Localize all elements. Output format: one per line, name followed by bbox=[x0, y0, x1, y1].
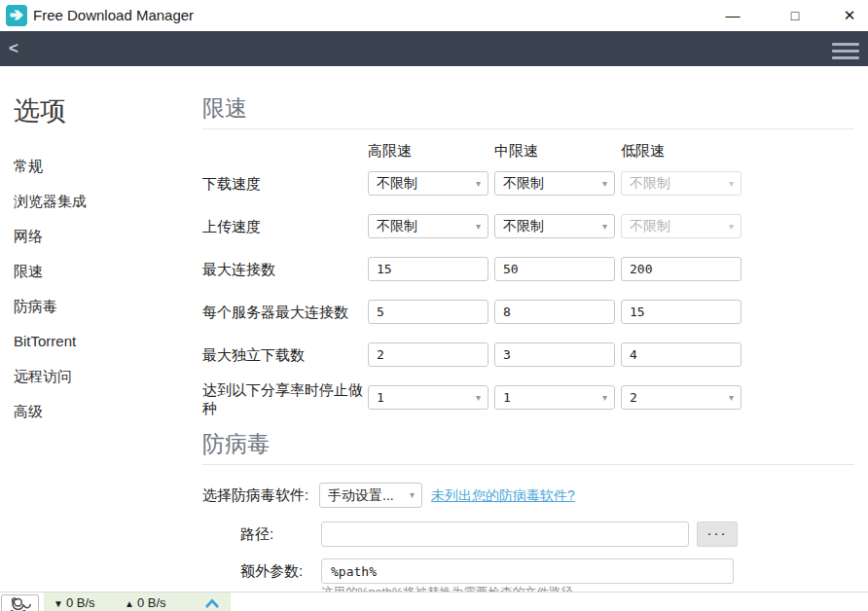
section-title-antivirus: 防病毒 bbox=[202, 429, 270, 459]
window-title: Free Download Manager bbox=[33, 0, 194, 31]
max-connections-medium-input[interactable] bbox=[494, 257, 615, 281]
fdm-logo-icon bbox=[6, 5, 27, 26]
max-connections-high-input[interactable] bbox=[368, 257, 488, 281]
max-connections-per-server-medium-input[interactable] bbox=[494, 300, 615, 324]
path-label: 路径: bbox=[240, 521, 273, 547]
chevron-down-icon: ▾ bbox=[476, 172, 481, 195]
chevron-down-icon: ▾ bbox=[729, 172, 734, 195]
chevron-down-icon: ▾ bbox=[476, 215, 481, 237]
section-title-speed-limit: 限速 bbox=[202, 93, 247, 124]
download-speed-status: ▼0 B/s bbox=[54, 593, 95, 611]
chevron-down-icon: ▾ bbox=[729, 215, 734, 237]
upload-speed-high-select[interactable]: 不限制▾ bbox=[368, 214, 488, 238]
download-speed-high-select[interactable]: 不限制▾ bbox=[368, 171, 488, 196]
navbar bbox=[0, 31, 868, 66]
chevron-down-icon: ▾ bbox=[602, 172, 607, 195]
chevron-up-icon[interactable] bbox=[204, 596, 220, 608]
section-divider bbox=[202, 128, 854, 129]
chevron-down-icon: ▾ bbox=[729, 386, 734, 409]
sidebar-title: 选项 bbox=[14, 93, 66, 128]
chevron-down-icon: ▾ bbox=[602, 386, 607, 409]
column-header-medium: 中限速 bbox=[494, 142, 538, 161]
minimize-button[interactable]: — bbox=[715, 1, 750, 30]
max-downloads-label: 最大独立下载数 bbox=[202, 342, 366, 367]
download-arrow-icon: ▼ bbox=[54, 598, 63, 609]
maximize-button[interactable]: □ bbox=[778, 1, 813, 30]
snail-icon bbox=[8, 597, 31, 611]
seed-ratio-medium-select[interactable]: 1▾ bbox=[494, 385, 615, 410]
column-header-low: 低限速 bbox=[621, 142, 665, 161]
download-speed-medium-select[interactable]: 不限制▾ bbox=[494, 171, 615, 196]
max-connections-per-server-label: 每个服务器最大连接数 bbox=[202, 300, 366, 324]
seed-ratio-high-select[interactable]: 1▾ bbox=[368, 385, 488, 410]
max-downloads-low-input[interactable] bbox=[621, 342, 741, 367]
chevron-down-icon: ▾ bbox=[410, 484, 415, 507]
menu-icon[interactable] bbox=[832, 43, 859, 63]
max-connections-low-input[interactable] bbox=[621, 257, 741, 281]
extra-args-input[interactable] bbox=[321, 558, 734, 584]
browse-button[interactable]: ··· bbox=[697, 521, 738, 547]
max-connections-label: 最大连接数 bbox=[202, 257, 366, 281]
seed-ratio-low-select[interactable]: 2▾ bbox=[621, 385, 741, 410]
extra-args-label: 额外参数: bbox=[240, 558, 303, 584]
upload-arrow-icon: ▲ bbox=[125, 598, 134, 609]
antivirus-select[interactable]: 手动设置... ▾ bbox=[319, 483, 422, 508]
max-downloads-medium-input[interactable] bbox=[494, 342, 615, 367]
max-downloads-high-input[interactable] bbox=[368, 342, 488, 367]
choose-antivirus-label: 选择防病毒软件: bbox=[202, 483, 308, 508]
upload-speed-label: 上传速度 bbox=[202, 214, 366, 238]
snail-mode-button[interactable] bbox=[1, 594, 39, 611]
chevron-down-icon: ▾ bbox=[476, 386, 481, 409]
max-connections-per-server-high-input[interactable] bbox=[368, 300, 488, 324]
download-speed-low-select: 不限制▾ bbox=[621, 171, 741, 196]
antivirus-path-input[interactable] bbox=[321, 521, 689, 547]
upload-speed-medium-select[interactable]: 不限制▾ bbox=[494, 214, 615, 238]
titlebar: Free Download Manager — □ ✕ bbox=[0, 0, 868, 31]
download-speed-label: 下载速度 bbox=[202, 171, 366, 196]
upload-speed-low-select: 不限制▾ bbox=[621, 214, 741, 238]
antivirus-not-listed-link[interactable]: 未列出您的防病毒软件? bbox=[431, 483, 575, 508]
app-window: Free Download Manager — □ ✕ < 选项 常规 浏览器集… bbox=[0, 0, 868, 611]
extra-args-hint: 这里的%path%将被替换为需要检查的文件路径 bbox=[321, 585, 740, 592]
max-connections-per-server-low-input[interactable] bbox=[621, 300, 741, 324]
chevron-down-icon: ▾ bbox=[602, 215, 607, 237]
sidebar-item-remote-access[interactable]: 远程访问 bbox=[14, 366, 72, 387]
column-header-high: 高限速 bbox=[368, 142, 412, 161]
upload-speed-status: ▲0 B/s bbox=[125, 593, 166, 611]
stop-seeding-ratio-label: 达到以下分享率时停止做种 bbox=[202, 380, 366, 417]
back-icon[interactable]: < bbox=[9, 31, 18, 66]
section-divider bbox=[202, 464, 854, 465]
close-button[interactable]: ✕ bbox=[832, 1, 867, 30]
